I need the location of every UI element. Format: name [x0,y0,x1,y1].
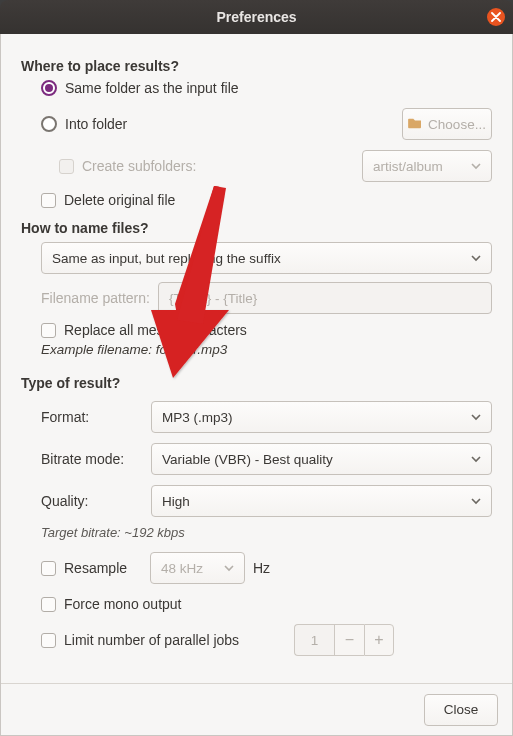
label-resample: Resample [64,560,150,576]
label-example-filename: Example filename: foo/bar.mp3 [41,342,227,357]
choose-button-label: Choose... [428,117,486,132]
title-bar: Preferences [0,0,513,34]
close-icon [491,8,501,26]
resample-value: 48 kHz [161,561,203,576]
heading-name-files: How to name files? [21,220,492,236]
input-filename-pattern [158,282,492,314]
checkbox-replace-messy[interactable] [41,323,56,338]
subfolder-pattern-value: artist/album [373,159,443,174]
label-quality: Quality: [41,493,151,509]
chevron-down-icon [471,452,481,467]
label-replace-messy: Replace all messy characters [64,322,247,338]
select-subfolder-pattern[interactable]: artist/album [362,150,492,182]
choose-folder-button[interactable]: Choose... [402,108,492,140]
select-naming-mode[interactable]: Same as input, but replacing the suffix [41,242,492,274]
label-resample-unit: Hz [253,560,270,576]
heading-type-result: Type of result? [21,375,492,391]
dialog-body: Where to place results? Same folder as t… [0,34,513,736]
folder-icon [408,117,428,132]
radio-same-folder[interactable] [41,80,57,96]
label-create-subfolders: Create subfolders: [82,158,196,174]
checkbox-force-mono[interactable] [41,597,56,612]
chevron-down-icon [471,410,481,425]
naming-mode-value: Same as input, but replacing the suffix [52,251,281,266]
select-format[interactable]: MP3 (.mp3) [151,401,492,433]
label-target-bitrate: Target bitrate: ~192 kbps [41,525,185,540]
label-force-mono: Force mono output [64,596,182,612]
radio-into-folder[interactable] [41,116,57,132]
radio-same-folder-label: Same folder as the input file [65,80,239,96]
close-window-button[interactable] [487,8,505,26]
label-delete-original: Delete original file [64,192,175,208]
select-bitrate-mode[interactable]: Variable (VBR) - Best quality [151,443,492,475]
label-limit-jobs: Limit number of parallel jobs [64,632,294,648]
checkbox-create-subfolders [59,159,74,174]
select-resample-rate[interactable]: 48 kHz [150,552,245,584]
spinner-plus-button[interactable]: + [364,624,394,656]
radio-into-folder-label: Into folder [65,116,127,132]
checkbox-limit-jobs[interactable] [41,633,56,648]
window-title: Preferences [216,9,296,25]
dialog-footer: Close [1,683,512,735]
heading-place-results: Where to place results? [21,58,492,74]
checkbox-resample[interactable] [41,561,56,576]
chevron-down-icon [471,251,481,266]
chevron-down-icon [224,561,234,576]
label-filename-pattern: Filename pattern: [41,290,150,306]
quality-value: High [162,494,190,509]
label-format: Format: [41,409,151,425]
spinner-value: 1 [294,624,334,656]
spinner-parallel-jobs: 1 − + [294,624,394,656]
close-button-label: Close [444,702,479,717]
label-bitrate-mode: Bitrate mode: [41,451,151,467]
spinner-minus-button[interactable]: − [334,624,364,656]
checkbox-delete-original[interactable] [41,193,56,208]
chevron-down-icon [471,159,481,174]
format-value: MP3 (.mp3) [162,410,233,425]
close-button[interactable]: Close [424,694,498,726]
chevron-down-icon [471,494,481,509]
select-quality[interactable]: High [151,485,492,517]
bitrate-mode-value: Variable (VBR) - Best quality [162,452,333,467]
